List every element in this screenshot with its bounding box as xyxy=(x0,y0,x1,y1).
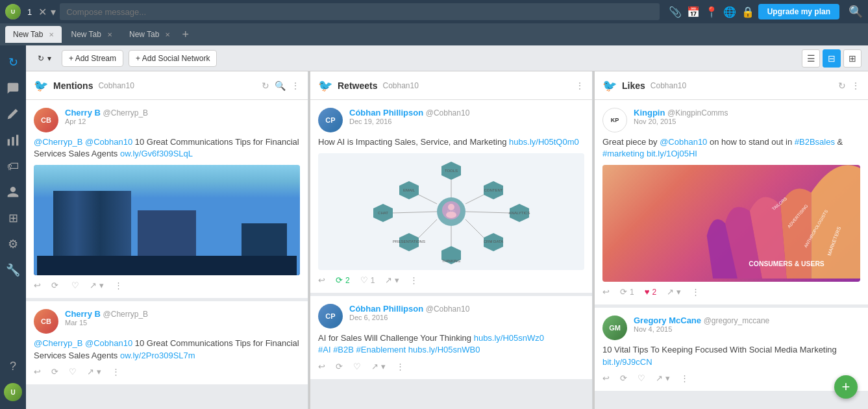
tweet-hashtag-ai[interactable]: #AI xyxy=(318,345,331,354)
tweet-handle: @Cobhan10 xyxy=(426,304,470,314)
sidebar-item-analytics[interactable] xyxy=(1,129,25,152)
retweets-more-icon[interactable]: ⋮ xyxy=(575,81,584,91)
reply-action[interactable]: ↩ xyxy=(34,367,41,377)
like-action[interactable]: ♡ 1 xyxy=(360,275,375,285)
dm-chevron: ▾ xyxy=(395,275,399,285)
likes-more-icon[interactable]: ⋮ xyxy=(851,81,860,91)
likes-refresh-icon[interactable]: ↻ xyxy=(838,81,846,91)
compose-input[interactable] xyxy=(60,3,659,20)
tab-3-close[interactable]: ✕ xyxy=(165,31,170,38)
tweet-body: 10 Vital Tips To Keeping Focused With So… xyxy=(602,344,860,367)
tweet-url[interactable]: ow.ly/Gv6f309SLqL xyxy=(120,149,193,158)
list-view-button[interactable]: ☰ xyxy=(802,49,820,68)
tweet-image-chart: CONSUMERS & USERS MARKETERS ANTHROPOLOGI… xyxy=(602,165,860,282)
lock-icon[interactable]: 🔒 xyxy=(741,6,754,18)
location-icon[interactable]: 📍 xyxy=(705,6,718,18)
add-social-network-button[interactable]: + Add Social Network xyxy=(129,50,217,67)
retweet-action[interactable]: ⟳ xyxy=(51,367,58,377)
globe-icon[interactable]: 🌐 xyxy=(723,6,736,18)
like-action[interactable]: ♡ xyxy=(353,362,361,371)
tweet-mention[interactable]: @Cobhan10 xyxy=(660,137,707,147)
tweet-mention-link2[interactable]: @Cobhan10 xyxy=(85,137,132,147)
mentions-refresh-icon[interactable]: ↻ xyxy=(262,81,269,91)
dm-action[interactable]: ↗ ▾ xyxy=(667,287,681,297)
tab-3[interactable]: New Tab ✕ xyxy=(121,26,178,43)
tweet-hashtag-b2bsales[interactable]: #B2Bsales xyxy=(795,137,835,147)
sidebar-item-tag[interactable]: 🏷 xyxy=(1,155,25,178)
like-action[interactable]: ♡ xyxy=(638,373,645,383)
tweet-mention-link[interactable]: @Cherryp_B xyxy=(34,137,82,147)
retweets-tweets: CP Cóbhan Phillipson @Cobhan10 Dec 19, 2… xyxy=(310,100,592,409)
retweet-action[interactable]: ⟳ xyxy=(51,280,61,290)
tweet-url[interactable]: hubs.ly/H05tQ0m0 xyxy=(509,137,579,147)
reply-action[interactable]: ↩ xyxy=(34,280,41,290)
reply-action[interactable]: ↩ xyxy=(602,287,610,297)
calendar-icon[interactable]: 📅 xyxy=(687,6,700,18)
refresh-button[interactable]: ↻ ▾ xyxy=(32,51,56,66)
dm-action[interactable]: ↗ ▾ xyxy=(385,275,399,285)
sidebar-item-compose[interactable] xyxy=(1,103,25,126)
mentions-search-icon[interactable]: 🔍 xyxy=(275,81,286,91)
green-plus-button[interactable]: + xyxy=(834,375,858,399)
more-action[interactable]: ⋮ xyxy=(114,280,123,290)
more-action[interactable]: ⋮ xyxy=(396,362,404,371)
add-stream-button[interactable]: + Add Stream xyxy=(62,50,123,67)
sidebar-item-settings[interactable]: ⚙ xyxy=(1,232,25,256)
sidebar-item-messages[interactable] xyxy=(1,77,25,100)
tab-1[interactable]: New Tab ✕ xyxy=(5,26,62,43)
tweet-hashtag-enablement[interactable]: #Enablement xyxy=(356,345,406,354)
tab-2[interactable]: New Tab ✕ xyxy=(63,26,119,43)
grid-view-button[interactable]: ⊞ xyxy=(843,49,862,68)
sidebar-item-user[interactable]: U xyxy=(1,380,25,404)
tweet-mention-link2[interactable]: @Cobhan10 xyxy=(85,338,132,348)
chevron-down-icon[interactable]: ▾ xyxy=(51,6,56,18)
sidebar-item-help[interactable]: ? xyxy=(1,354,25,378)
reply-action[interactable]: ↩ xyxy=(602,373,610,383)
dm-action[interactable]: ↗ ▾ xyxy=(87,367,101,377)
attachment-icon[interactable]: 📎 xyxy=(669,6,682,18)
tweet-hashtag-b2b[interactable]: #B2B xyxy=(333,345,354,354)
search-icon[interactable]: 🔍 xyxy=(849,5,863,19)
sidebar-item-refresh[interactable]: ↻ xyxy=(1,51,25,74)
tweet-mention-link[interactable]: @Cherryp_B xyxy=(34,338,82,348)
sidebar-item-tools[interactable]: 🔧 xyxy=(1,258,25,282)
tweet-url[interactable]: ow.ly/2Pro309SL7m xyxy=(120,351,195,360)
svg-line-14 xyxy=(419,195,437,204)
more-action[interactable]: ⋮ xyxy=(410,275,418,285)
add-tab-button[interactable]: + xyxy=(182,28,189,42)
tweet-hashtag-marketing[interactable]: #marketing xyxy=(602,149,644,158)
dm-action[interactable]: ↗ ▾ xyxy=(656,373,670,383)
mentions-column-header: 🐦 Mentions Cobhan10 ↻ 🔍 ⋮ xyxy=(26,71,308,100)
retweet-action[interactable]: ⟳ 2 xyxy=(336,275,350,285)
retweet-action[interactable]: ⟳ 1 xyxy=(620,287,634,297)
tab-2-close[interactable]: ✕ xyxy=(107,31,112,38)
sidebar-item-apps[interactable]: ⊞ xyxy=(1,206,25,230)
close-tab-icon[interactable]: ✕ xyxy=(38,6,47,18)
upgrade-button[interactable]: Upgrade my plan xyxy=(758,4,839,19)
more-action[interactable]: ⋮ xyxy=(691,287,700,297)
mentions-more-icon[interactable]: ⋮ xyxy=(291,81,300,91)
avatar: CB xyxy=(34,309,58,334)
tweet-url2[interactable]: hubs.ly/H05snWB0 xyxy=(408,345,480,354)
retweet-action[interactable]: ⟳ xyxy=(336,362,343,371)
like-action[interactable]: ♥ 2 xyxy=(645,287,656,297)
tweet-meta: Cóbhan Phillipson @Cobhan10 Dec 6, 2016 xyxy=(349,304,584,321)
like-action[interactable]: ♡ xyxy=(71,280,79,290)
reply-action[interactable]: ↩ xyxy=(318,275,325,285)
tab-1-close[interactable]: ✕ xyxy=(49,31,54,38)
column-view-button[interactable]: ⊟ xyxy=(823,49,841,68)
retweet-action[interactable]: ⟳ xyxy=(620,373,627,383)
like-action[interactable]: ♡ xyxy=(69,367,77,377)
dm-action[interactable]: ↗ ▾ xyxy=(371,362,386,371)
tweet-url[interactable]: bit.ly/1Oj05HI xyxy=(647,149,697,158)
reply-action[interactable]: ↩ xyxy=(318,362,325,371)
like-count: 1 xyxy=(371,276,375,285)
more-action[interactable]: ⋮ xyxy=(680,373,689,383)
likes-header-left: 🐦 Likes Cobhan10 xyxy=(602,79,833,93)
dm-action[interactable]: ↗ ▾ xyxy=(90,280,104,290)
more-action[interactable]: ⋮ xyxy=(112,367,120,377)
user-avatar[interactable]: U xyxy=(5,4,21,19)
tweet-url[interactable]: bit.ly/9J9cCN xyxy=(602,357,652,367)
sidebar-item-contacts[interactable] xyxy=(1,180,25,204)
tweet-url[interactable]: hubs.ly/H05snWz0 xyxy=(474,333,544,343)
